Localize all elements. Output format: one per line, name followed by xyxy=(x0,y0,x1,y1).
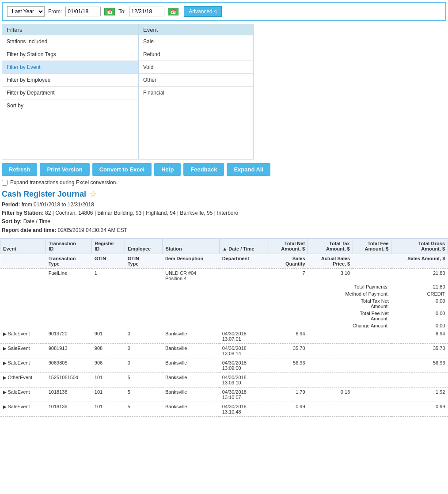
report-sort: Date / Time xyxy=(23,218,50,224)
from-calendar-button[interactable]: 📅 xyxy=(104,8,115,15)
favorite-star-icon[interactable]: ☆ xyxy=(90,189,97,199)
row-emp: 0 xyxy=(125,343,163,358)
to-calendar-button[interactable]: 📅 xyxy=(168,8,178,15)
exp-dept xyxy=(220,268,269,283)
row-net: 6.94 xyxy=(269,329,308,344)
summary-total-payments: Total Payments: 21.80 xyxy=(0,283,448,290)
event-item-refund[interactable]: Refund xyxy=(139,48,253,61)
row-reg-id: 908 xyxy=(92,343,125,358)
advanced-button[interactable]: Advanced < xyxy=(184,6,222,17)
th-trans-id: TransactionID xyxy=(46,238,92,254)
exp-trans-type: FuelLine xyxy=(46,268,92,283)
refresh-button[interactable]: Refresh xyxy=(2,163,37,176)
th-datetime[interactable]: ▲ Date / Time xyxy=(220,238,269,254)
filter-item-stations[interactable]: Stations Included xyxy=(2,35,138,48)
excel-expand-checkbox[interactable] xyxy=(2,180,8,186)
exp-event xyxy=(0,268,46,283)
help-button[interactable]: Help xyxy=(154,163,181,176)
event-item-financial[interactable]: Financial xyxy=(139,87,253,99)
th-employee: Employee xyxy=(125,238,163,254)
th-fee-amount: Total FeeAmount, $ xyxy=(353,238,391,254)
row-event[interactable]: ▶SaleEvent xyxy=(0,387,46,402)
row-net: 35.70 xyxy=(269,343,308,358)
row-reg-id: 906 xyxy=(92,358,125,372)
row-net: 56.96 xyxy=(269,358,308,372)
sum-value-method: CREDIT xyxy=(391,290,448,297)
sub-th-dept: Department xyxy=(220,254,269,268)
sum-label-tax-net: Total Tax NetAmount: xyxy=(269,297,391,310)
report-date: 02/05/2019 04:30:24 AM EST xyxy=(58,227,127,233)
excel-button[interactable]: Convert to Excel xyxy=(92,163,152,176)
expand-all-button[interactable]: Expand All xyxy=(227,163,270,176)
report-title: Cash Register Journal xyxy=(2,190,86,199)
excel-expand-row: Expand transactions during Excel convers… xyxy=(2,179,446,186)
row-emp: 5 xyxy=(125,402,163,416)
sum-value-change: 0.00 xyxy=(391,322,448,329)
row-trans-id: 1018139 xyxy=(46,402,92,416)
row-event[interactable]: ▶OtherEvent xyxy=(0,372,46,387)
to-date-input[interactable] xyxy=(129,7,164,16)
action-buttons-row: Refresh Print Version Convert to Excel H… xyxy=(2,163,446,176)
row-gross: 56.96 xyxy=(391,358,448,372)
event-panel: Event Sale Refund Void Other Financial xyxy=(139,24,254,160)
sub-th-item-desc: Item Description xyxy=(163,254,220,268)
summary-method-payment: Method of Payment: CREDIT xyxy=(0,290,448,297)
table-row-expanded-detail: FuelLine 1 UNLD CR #04Position 4 7 3.10 … xyxy=(0,268,448,283)
feedback-button[interactable]: Feedback xyxy=(183,163,224,176)
sum-value-tax-net: 0.00 xyxy=(391,297,448,310)
row-fee xyxy=(353,329,391,344)
sub-th-gtin: GTIN xyxy=(92,254,125,268)
filter-item-sort[interactable]: Sort by xyxy=(2,99,138,112)
row-tax xyxy=(308,402,353,416)
excel-expand-label: Expand transactions during Excel convers… xyxy=(10,179,118,186)
report-table: Event TransactionID RegisterID Employee … xyxy=(0,238,448,417)
event-item-sale[interactable]: Sale xyxy=(139,35,253,48)
row-station: Banksville xyxy=(163,387,220,402)
event-item-other[interactable]: Other xyxy=(139,74,253,87)
print-button[interactable]: Print Version xyxy=(40,163,89,176)
row-event[interactable]: ▶SaleEvent xyxy=(0,343,46,358)
row-trans-id: 1018138 xyxy=(46,387,92,402)
row-tax: 0.13 xyxy=(308,387,353,402)
row-trans-id: 9069805 xyxy=(46,358,92,372)
report-title-row: Cash Register Journal ☆ xyxy=(2,189,446,199)
filters-section: Filters Stations Included Filter by Stat… xyxy=(2,24,446,160)
th-reg-id: RegisterID xyxy=(92,238,125,254)
sub-th-empty xyxy=(0,254,46,268)
row-datetime: 04/30/201813:10:48 xyxy=(220,402,269,416)
th-station: Station xyxy=(163,238,220,254)
report-stations: 82 | Cochran, 14806 | Bilmar Building, 9… xyxy=(45,210,238,216)
event-list[interactable]: Sale Refund Void Other Financial xyxy=(139,35,253,159)
row-reg-id: 101 xyxy=(92,387,125,402)
sum-empty5 xyxy=(0,322,269,329)
row-gross: 0.99 xyxy=(391,402,448,416)
row-reg-id: 101 xyxy=(92,372,125,387)
row-event[interactable]: ▶SaleEvent xyxy=(0,358,46,372)
row-station: Banksville xyxy=(163,372,220,387)
exp-empty xyxy=(353,268,391,283)
sub-th-empty2 xyxy=(353,254,391,268)
exp-item-desc: UNLD CR #04Position 4 xyxy=(163,268,220,283)
filter-item-station-tags[interactable]: Filter by Station Tags xyxy=(2,48,138,61)
row-emp: 5 xyxy=(125,387,163,402)
filter-item-employee[interactable]: Filter by Employee xyxy=(2,74,138,87)
row-event[interactable]: ▶SaleEvent xyxy=(0,402,46,416)
row-tax xyxy=(308,329,353,344)
table-header-row-sub: TransactionType GTIN GTINType Item Descr… xyxy=(0,254,448,268)
filters-panel: Filters Stations Included Filter by Stat… xyxy=(2,24,139,160)
sum-label-fee-net: Total Fee NetAmount: xyxy=(269,310,391,322)
date-preset-select[interactable]: Last Year This Year Custom xyxy=(7,6,45,17)
table-row: ▶SaleEvent 9081913 908 0 Banksville 04/3… xyxy=(0,343,448,358)
filter-item-department[interactable]: Filter by Department xyxy=(2,87,138,99)
filter-item-event[interactable]: Filter by Event xyxy=(2,61,138,74)
sub-th-sales-amount: Sales Amount, $ xyxy=(391,254,448,268)
th-gross-amount: Total GrossAmount, $ xyxy=(391,238,448,254)
event-item-void[interactable]: Void xyxy=(139,61,253,74)
sum-label-change: Change Amount: xyxy=(269,322,391,329)
row-datetime: 04/30/201813:08:14 xyxy=(220,343,269,358)
row-gross: 35.70 xyxy=(391,343,448,358)
row-event[interactable]: ▶SaleEvent xyxy=(0,329,46,344)
sum-empty2 xyxy=(0,290,269,297)
table-row: ▶OtherEvent 1525108150d 101 5 Banksville… xyxy=(0,372,448,387)
from-date-input[interactable] xyxy=(65,7,101,16)
